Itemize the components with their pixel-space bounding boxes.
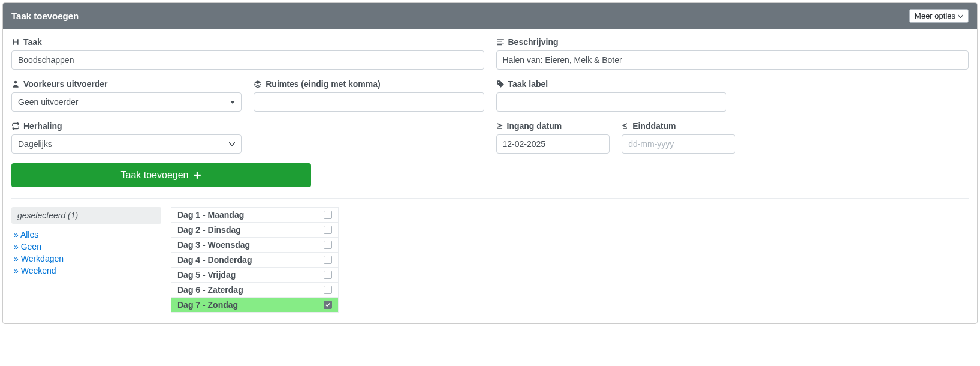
svg-rect-2 (497, 43, 504, 43)
start-date-input[interactable] (496, 134, 610, 154)
field-task-label: Taak label (496, 79, 726, 112)
day-label: Dag 1 - Maandag (177, 210, 244, 220)
start-date-label-wrap: Ingang datum (496, 121, 610, 131)
svg-rect-6 (194, 175, 201, 176)
day-row[interactable]: Dag 2 - Dinsdag (171, 222, 339, 238)
svg-point-4 (14, 81, 17, 84)
day-checkbox[interactable] (324, 286, 332, 294)
less-equal-icon (622, 122, 629, 130)
day-label: Dag 2 - Dinsdag (177, 225, 241, 235)
filter-link-none[interactable]: » Geen (11, 241, 161, 253)
day-selection-section: geselecteerd (1) » Alles » Geen » Werkda… (11, 207, 969, 313)
task-label-wrap: Taak (11, 37, 484, 47)
layers-icon (254, 80, 262, 88)
row-repetition-dates: Herhaling Dagelijks Ingang datum (11, 121, 969, 154)
add-task-button[interactable]: Taak toevoegen (11, 163, 311, 187)
day-row[interactable]: Dag 7 - Zondag (171, 297, 339, 313)
heading-icon (11, 38, 20, 46)
end-date-label-wrap: Einddatum (622, 121, 735, 131)
greater-equal-icon (496, 122, 503, 130)
tasklabel-input[interactable] (496, 92, 726, 112)
end-date-input[interactable] (622, 134, 735, 154)
filter-link-all[interactable]: » Alles (11, 229, 161, 241)
rooms-label-wrap: Ruimtes (eindig met komma) (254, 79, 484, 89)
filter-column: geselecteerd (1) » Alles » Geen » Werkda… (11, 207, 161, 277)
field-end-date: Einddatum (622, 121, 735, 154)
field-executor: Voorkeurs uitvoerder Geen uitvoerder (11, 79, 242, 112)
repeat-icon (11, 122, 20, 130)
day-checkbox[interactable] (324, 301, 332, 309)
svg-rect-0 (497, 39, 504, 40)
field-rooms: Ruimtes (eindig met komma) (254, 79, 484, 112)
day-label: Dag 7 - Zondag (177, 300, 238, 310)
task-add-panel: Taak toevoegen Meer opties Taak (2, 2, 978, 324)
day-label: Dag 6 - Zaterdag (177, 285, 243, 295)
day-row[interactable]: Dag 3 - Woensdag (171, 237, 339, 253)
svg-rect-3 (497, 44, 502, 45)
executor-label: Voorkeurs uitvoerder (23, 79, 108, 89)
align-left-icon (496, 38, 505, 46)
more-options-label: Meer opties (915, 11, 955, 20)
day-label: Dag 5 - Vrijdag (177, 270, 236, 280)
description-label: Beschrijving (508, 37, 559, 47)
days-column: Dag 1 - MaandagDag 2 - DinsdagDag 3 - Wo… (171, 207, 339, 313)
selected-count: geselecteerd (1) (11, 207, 161, 224)
caret-down-icon (230, 101, 235, 104)
executor-select[interactable]: Geen uitvoerder (11, 92, 242, 112)
day-row[interactable]: Dag 6 - Zaterdag (171, 282, 339, 298)
rooms-input[interactable] (254, 92, 484, 112)
panel-header: Taak toevoegen Meer opties (3, 3, 977, 29)
field-task: Taak (11, 37, 484, 70)
day-checkbox[interactable] (324, 271, 332, 279)
tag-icon (496, 80, 505, 88)
description-label-wrap: Beschrijving (496, 37, 969, 47)
row-executor-rooms-label: Voorkeurs uitvoerder Geen uitvoerder Rui… (11, 79, 969, 112)
repetition-label: Herhaling (23, 121, 62, 131)
tasklabel-label: Taak label (508, 79, 548, 89)
day-checkbox[interactable] (324, 226, 332, 234)
panel-title: Taak toevoegen (11, 11, 79, 21)
repetition-label-wrap: Herhaling (11, 121, 242, 131)
executor-value: Geen uitvoerder (18, 97, 78, 107)
task-label: Taak (23, 37, 42, 47)
day-label: Dag 3 - Woensdag (177, 240, 250, 250)
plus-icon (193, 171, 201, 179)
rooms-label: Ruimtes (eindig met komma) (266, 79, 380, 89)
day-checkbox[interactable] (324, 256, 332, 264)
field-description: Beschrijving (496, 37, 969, 70)
user-icon (11, 80, 20, 88)
day-checkbox[interactable] (324, 241, 332, 249)
more-options-button[interactable]: Meer opties (909, 9, 969, 23)
field-start-date: Ingang datum (496, 121, 610, 154)
executor-label-wrap: Voorkeurs uitvoerder (11, 79, 242, 89)
description-input[interactable] (496, 50, 969, 70)
task-input[interactable] (11, 50, 484, 70)
day-row[interactable]: Dag 4 - Donderdag (171, 252, 339, 268)
day-row[interactable]: Dag 5 - Vrijdag (171, 267, 339, 283)
start-date-label: Ingang datum (507, 121, 562, 131)
divider (11, 198, 969, 199)
repetition-select[interactable]: Dagelijks (11, 134, 242, 154)
end-date-label: Einddatum (632, 121, 676, 131)
svg-rect-1 (497, 41, 502, 41)
add-task-button-label: Taak toevoegen (121, 170, 189, 181)
tasklabel-label-wrap: Taak label (496, 79, 726, 89)
field-repetition: Herhaling Dagelijks (11, 121, 242, 154)
panel-body: Taak Beschrijving (3, 29, 977, 323)
row-task-description: Taak Beschrijving (11, 37, 969, 70)
day-label: Dag 4 - Donderdag (177, 255, 252, 265)
day-row[interactable]: Dag 1 - Maandag (171, 207, 339, 223)
chevron-down-icon (958, 14, 963, 18)
filter-link-weekdays[interactable]: » Werkdagen (11, 253, 161, 265)
filter-link-weekend[interactable]: » Weekend (11, 265, 161, 277)
day-checkbox[interactable] (324, 211, 332, 219)
spacer (254, 121, 484, 154)
